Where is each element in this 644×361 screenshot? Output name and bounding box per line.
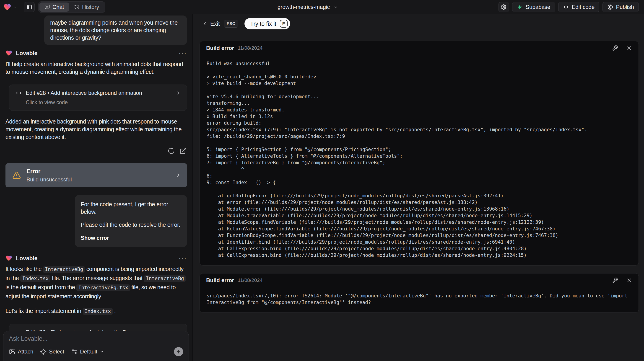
chevron-right-icon bbox=[176, 173, 181, 178]
lovable-heart-icon bbox=[3, 3, 12, 11]
error-panel-title: Build error bbox=[206, 45, 234, 51]
code-brackets-icon bbox=[15, 90, 22, 96]
chevron-down-icon bbox=[13, 5, 17, 9]
logo-group[interactable] bbox=[3, 3, 17, 11]
code-brackets-icon bbox=[563, 4, 569, 10]
chevron-down-icon bbox=[100, 350, 104, 354]
show-error-link[interactable]: Show error bbox=[81, 234, 181, 242]
publish-button[interactable]: Publish bbox=[602, 2, 639, 12]
esc-shortcut-badge: ESC bbox=[224, 20, 238, 27]
assistant-message-text: Added an interactive background with pin… bbox=[6, 118, 187, 141]
attach-label: Attach bbox=[18, 349, 33, 355]
publish-label: Publish bbox=[616, 4, 634, 10]
user-message-text: For the code present, I get the error be… bbox=[81, 201, 181, 216]
refresh-icon bbox=[168, 147, 175, 155]
topbar: Chat History growth-metrics-magic Supaba… bbox=[0, 0, 644, 14]
user-message-text: maybe diagramming points and when you mo… bbox=[50, 19, 178, 41]
external-link-icon bbox=[180, 147, 187, 155]
globe-icon bbox=[607, 4, 613, 10]
build-error-card[interactable]: Error Build unsuccessful bbox=[6, 163, 187, 187]
assistant-message-text: I'll help create an interactive backgrou… bbox=[6, 60, 187, 76]
user-message-text: Please edit the code to resolve the erro… bbox=[81, 221, 181, 229]
image-plus-icon bbox=[9, 349, 15, 355]
tab-history[interactable]: History bbox=[69, 2, 104, 12]
message-menu-button[interactable]: ··· bbox=[178, 255, 187, 261]
close-button[interactable] bbox=[626, 45, 632, 51]
supabase-label: Supabase bbox=[526, 4, 550, 10]
exit-button[interactable]: Exit ESC bbox=[202, 20, 238, 27]
gear-icon bbox=[501, 4, 507, 10]
error-card-title: Error bbox=[26, 168, 72, 175]
preview-panel: Exit ESC Try to fix it F Build error 11/… bbox=[192, 14, 644, 361]
assistant-message-text: Let's fix the import statement in Index.… bbox=[6, 307, 187, 316]
message-menu-button[interactable]: ··· bbox=[178, 50, 187, 56]
edit-card-subtitle: Click to view code bbox=[26, 99, 181, 105]
chevron-left-icon bbox=[202, 21, 207, 26]
select-label: Select bbox=[49, 349, 64, 355]
assistant-message-header: Lovable ··· bbox=[6, 50, 187, 56]
error-card-subtitle: Build unsuccessful bbox=[26, 176, 72, 183]
close-icon bbox=[626, 277, 632, 283]
chat-input[interactable] bbox=[9, 335, 183, 346]
tab-history-label: History bbox=[82, 4, 99, 10]
mode-label: Default bbox=[80, 349, 98, 355]
restore-button[interactable] bbox=[168, 147, 175, 155]
edit-card-28[interactable]: Edit #28 • Add interactive background an… bbox=[9, 84, 187, 111]
preview-toolbar: Exit ESC Try to fix it F bbox=[202, 18, 644, 29]
sliders-icon bbox=[71, 349, 78, 355]
user-message-bubble: maybe diagramming points and when you mo… bbox=[44, 15, 187, 45]
fix-button-label: Try to fix it bbox=[250, 20, 276, 27]
edit-card-title: Edit #28 • Add interactive background an… bbox=[26, 90, 142, 96]
error-panel-date: 11/08/2024 bbox=[238, 45, 262, 51]
composer: Attach Select Default bbox=[3, 331, 189, 361]
error-panel-header: Build error 11/08/2024 bbox=[200, 274, 638, 287]
build-error-log: Build was unsuccessful > vite_react_shad… bbox=[200, 55, 638, 265]
select-element-button[interactable]: Select bbox=[40, 349, 64, 355]
send-button[interactable] bbox=[174, 347, 183, 356]
warning-triangle-icon bbox=[12, 171, 21, 180]
fix-with-tool-button[interactable] bbox=[612, 45, 618, 51]
wrench-icon bbox=[612, 277, 618, 283]
build-error-panel-1: Build error 11/08/2024 Build was unsucce… bbox=[200, 41, 639, 266]
close-icon bbox=[626, 45, 632, 51]
crosshair-icon bbox=[40, 349, 46, 355]
user-message-bubble: For the code present, I get the error be… bbox=[75, 195, 187, 247]
toggle-sidebar-button[interactable] bbox=[24, 2, 35, 12]
try-to-fix-button[interactable]: Try to fix it F bbox=[244, 18, 290, 29]
history-clock-icon bbox=[74, 4, 80, 10]
topbar-actions: Supabase Edit code Publish bbox=[498, 2, 639, 12]
close-button[interactable] bbox=[626, 277, 632, 283]
message-actions bbox=[6, 147, 187, 155]
build-error-log: src/pages/Index.tsx(7,10): error TS2614:… bbox=[200, 287, 638, 313]
chat-history-tabs: Chat History bbox=[38, 1, 105, 13]
project-name: growth-metrics-magic bbox=[278, 4, 330, 10]
build-error-panel-2: Build error 11/08/2024 src/pages/Index.t… bbox=[200, 273, 639, 313]
settings-button[interactable] bbox=[498, 2, 509, 12]
wrench-icon bbox=[612, 45, 618, 51]
fix-shortcut-badge: F bbox=[280, 20, 288, 27]
chevron-right-icon bbox=[176, 90, 181, 95]
open-preview-button[interactable] bbox=[179, 147, 187, 155]
project-switcher[interactable]: growth-metrics-magic bbox=[278, 4, 338, 10]
attach-button[interactable]: Attach bbox=[9, 349, 33, 355]
assistant-name: Lovable bbox=[16, 255, 38, 262]
chat-panel: maybe diagramming points and when you mo… bbox=[0, 14, 192, 361]
lovable-heart-icon bbox=[6, 255, 12, 262]
edit-code-label: Edit code bbox=[572, 4, 594, 10]
panel-left-icon bbox=[26, 4, 32, 10]
chevron-down-icon bbox=[334, 5, 338, 9]
error-panel-header: Build error 11/08/2024 bbox=[200, 41, 638, 55]
edit-code-button[interactable]: Edit code bbox=[558, 2, 599, 12]
tab-chat[interactable]: Chat bbox=[40, 2, 69, 12]
assistant-message-header: Lovable ··· bbox=[6, 255, 187, 262]
mode-select[interactable]: Default bbox=[71, 349, 104, 355]
arrow-up-icon bbox=[176, 349, 181, 354]
lovable-heart-icon bbox=[6, 50, 12, 56]
assistant-message-text: It looks like the InteractiveBg componen… bbox=[6, 265, 187, 301]
fix-with-tool-button[interactable] bbox=[612, 277, 618, 283]
tab-chat-label: Chat bbox=[52, 4, 64, 10]
supabase-button[interactable]: Supabase bbox=[512, 2, 555, 12]
error-panel-title: Build error bbox=[206, 277, 234, 284]
error-panel-date: 11/08/2024 bbox=[238, 277, 262, 283]
chat-messages: maybe diagramming points and when you mo… bbox=[0, 14, 192, 350]
